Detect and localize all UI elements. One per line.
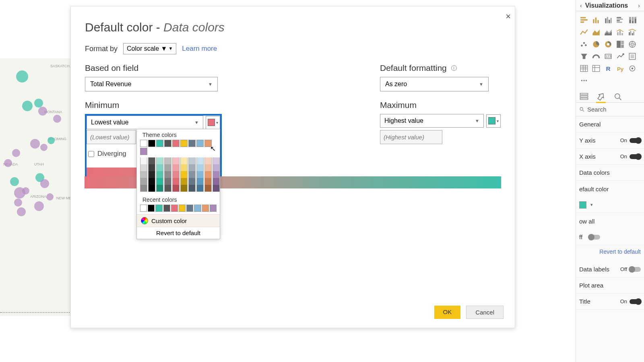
prop-y-axis[interactable]: Y axis On	[576, 132, 644, 149]
donut-chart-icon[interactable]	[603, 39, 613, 49]
chevron-left-icon[interactable]: ‹	[578, 2, 584, 9]
color-shade-cell[interactable]	[213, 157, 220, 164]
funnel-icon[interactable]	[579, 52, 589, 61]
color-shade-cell[interactable]	[140, 164, 147, 171]
more-visuals-icon[interactable]	[579, 76, 589, 85]
color-shade-cell[interactable]	[164, 171, 171, 178]
toggle-off[interactable]	[589, 235, 600, 240]
stacked-bar-chart-icon[interactable]	[579, 15, 589, 25]
color-cell[interactable]	[172, 140, 180, 147]
line-chart-icon[interactable]	[579, 27, 589, 37]
prop-data-labels[interactable]: Data labels Off	[576, 261, 644, 277]
close-icon[interactable]: ×	[506, 11, 511, 22]
maximum-dropdown[interactable]: Highest value▼	[380, 114, 484, 128]
chevron-right-icon[interactable]: ›	[636, 2, 642, 9]
toggle-on[interactable]	[630, 154, 641, 159]
recent-color-cell[interactable]	[179, 205, 186, 212]
color-cell[interactable]	[180, 140, 188, 147]
learn-more-link[interactable]: Learn more	[182, 45, 217, 53]
color-shade-cell[interactable]	[156, 157, 163, 164]
recent-color-cell[interactable]	[163, 205, 170, 212]
r-visual-icon[interactable]: R	[603, 64, 613, 73]
ok-button[interactable]: OK	[434, 306, 461, 319]
fields-tab-icon[interactable]	[579, 92, 589, 101]
color-shade-cell[interactable]	[204, 185, 212, 192]
color-shade-cell[interactable]	[180, 178, 188, 185]
color-cell[interactable]	[164, 140, 171, 147]
line-stacked-column-icon[interactable]	[615, 27, 625, 37]
matrix-icon[interactable]	[591, 64, 601, 73]
format-by-dropdown[interactable]: Color scale ▼	[123, 43, 176, 54]
python-visual-icon[interactable]: Py	[615, 64, 625, 73]
color-shade-cell[interactable]	[148, 157, 155, 164]
stacked-column-chart-icon[interactable]	[591, 15, 601, 25]
color-shade-cell[interactable]	[140, 157, 147, 164]
analytics-tab-icon[interactable]	[613, 92, 623, 101]
prop-title[interactable]: Title On	[576, 294, 644, 310]
key-influencers-icon[interactable]	[627, 64, 637, 73]
revert-link[interactable]: Revert to default	[576, 245, 644, 261]
recent-color-cell[interactable]	[155, 205, 162, 212]
color-shade-cell[interactable]	[188, 185, 196, 192]
gauge-icon[interactable]	[591, 52, 601, 61]
color-shade-cell[interactable]	[164, 185, 171, 192]
color-shade-cell[interactable]	[148, 171, 155, 178]
color-cell[interactable]	[188, 140, 196, 147]
color-cell[interactable]	[148, 140, 155, 147]
color-shade-cell[interactable]	[196, 164, 204, 171]
search-box[interactable]: Search	[576, 102, 644, 116]
color-shade-cell[interactable]	[196, 178, 204, 185]
color-shade-cell[interactable]	[140, 185, 147, 192]
color-shade-cell[interactable]	[172, 157, 180, 164]
slicer-icon[interactable]	[627, 52, 637, 61]
color-shade-cell[interactable]	[164, 157, 171, 164]
toggle-off[interactable]	[630, 267, 641, 272]
color-shade-cell[interactable]	[164, 178, 171, 185]
color-shade-cell[interactable]	[204, 157, 212, 164]
format-tab-icon[interactable]	[596, 92, 606, 101]
color-shade-cell[interactable]	[156, 164, 163, 171]
color-shade-cell[interactable]	[213, 185, 220, 192]
revert-to-default-button[interactable]: Revert to default	[137, 227, 220, 239]
treemap-icon[interactable]	[615, 39, 625, 49]
toggle-on[interactable]	[630, 299, 641, 304]
color-shade-cell[interactable]	[180, 164, 188, 171]
color-shade-cell[interactable]	[188, 178, 196, 185]
color-shade-cell[interactable]	[148, 164, 155, 171]
recent-color-cell[interactable]	[171, 205, 178, 212]
recent-color-cell[interactable]	[194, 205, 201, 212]
color-shade-cell[interactable]	[188, 171, 196, 178]
color-shade-cell[interactable]	[213, 178, 220, 185]
color-shade-cell[interactable]	[204, 178, 212, 185]
table-icon[interactable]	[579, 64, 589, 73]
line-clustered-column-icon[interactable]	[627, 27, 637, 37]
area-chart-icon[interactable]	[591, 27, 601, 37]
default-color-swatch[interactable]: ▾	[576, 197, 644, 213]
minimum-value-input[interactable]: (Lowest value)	[87, 130, 136, 144]
color-shade-cell[interactable]	[196, 157, 204, 164]
color-cell[interactable]	[140, 148, 147, 155]
color-cell[interactable]	[140, 140, 147, 147]
color-shade-cell[interactable]	[180, 185, 188, 192]
prop-x-axis[interactable]: X axis On	[576, 149, 644, 165]
color-shade-cell[interactable]	[213, 171, 220, 178]
recent-color-cell[interactable]	[202, 205, 209, 212]
color-shade-cell[interactable]	[196, 185, 204, 192]
info-icon[interactable]: i	[451, 65, 457, 71]
based-on-field-dropdown[interactable]: Total Revenue▼	[85, 77, 218, 91]
color-shade-cell[interactable]	[156, 185, 163, 192]
clustered-column-chart-icon[interactable]	[615, 15, 625, 25]
color-shade-cell[interactable]	[148, 185, 155, 192]
color-shade-cell[interactable]	[172, 178, 180, 185]
prop-off-toggle[interactable]: ff	[576, 229, 644, 245]
prop-plot-area[interactable]: Plot area	[576, 277, 644, 294]
toggle-on[interactable]	[630, 138, 641, 143]
stacked-area-chart-icon[interactable]	[603, 27, 613, 37]
custom-color-button[interactable]: Custom color	[137, 214, 220, 227]
color-shade-cell[interactable]	[188, 164, 196, 171]
prop-general[interactable]: General	[576, 116, 644, 132]
diverging-checkbox[interactable]	[88, 151, 94, 157]
color-shade-cell[interactable]	[148, 178, 155, 185]
color-shade-cell[interactable]	[140, 171, 147, 178]
map-icon[interactable]	[627, 39, 637, 49]
